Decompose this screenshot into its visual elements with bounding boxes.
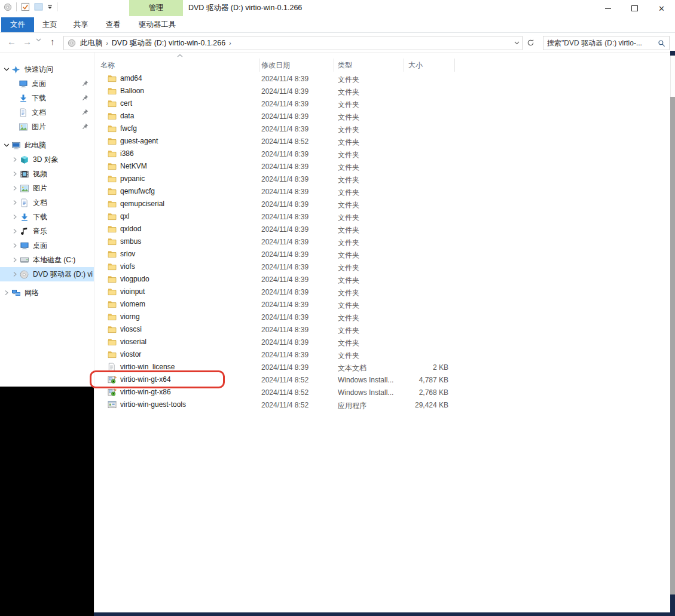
file-row[interactable]: viomem2024/11/4 8:39文件夹 xyxy=(94,298,670,311)
file-row[interactable]: NetKVM2024/11/4 8:39文件夹 xyxy=(94,160,670,173)
sidebar-item-qa-documents[interactable]: 文档 xyxy=(0,105,94,119)
tab-home[interactable]: 主页 xyxy=(34,17,65,32)
file-row[interactable]: guest-agent2024/11/4 8:52文件夹 xyxy=(94,135,670,148)
file-date-modified: 2024/11/4 8:39 xyxy=(261,313,309,321)
file-row[interactable]: viorng2024/11/4 8:39文件夹 xyxy=(94,311,670,323)
sidebar-item-local-disk-c[interactable]: 本地磁盘 (C:) xyxy=(0,253,94,267)
file-row[interactable]: viogpudo2024/11/4 8:39文件夹 xyxy=(94,273,670,286)
sidebar-item-quick-access[interactable]: 快速访问 xyxy=(0,62,94,76)
sidebar-item-pictures[interactable]: 图片 xyxy=(0,181,94,195)
file-name: guest-agent xyxy=(120,137,158,145)
chevron-down-icon[interactable] xyxy=(4,67,10,72)
search-icon[interactable] xyxy=(658,39,665,47)
address-dropdown-icon[interactable] xyxy=(514,41,520,45)
tab-file[interactable]: 文件 xyxy=(1,17,34,32)
disk-icon xyxy=(20,256,29,263)
sidebar-item-this-pc[interactable]: 此电脑 xyxy=(0,138,94,152)
breadcrumb-separator-icon[interactable]: › xyxy=(105,40,109,47)
file-row[interactable]: qemufwcfg2024/11/4 8:39文件夹 xyxy=(94,185,670,198)
recent-dropdown-icon[interactable] xyxy=(36,38,41,42)
file-row[interactable]: qemupciserial2024/11/4 8:39文件夹 xyxy=(94,198,670,210)
folder-icon xyxy=(108,262,117,271)
file-type: Windows Install... xyxy=(338,388,393,397)
column-separator[interactable] xyxy=(454,59,455,72)
chevron-right-icon[interactable] xyxy=(13,257,17,263)
chevron-right-icon[interactable] xyxy=(13,185,17,191)
file-name: smbus xyxy=(120,237,141,246)
back-arrow-icon[interactable]: ← xyxy=(7,36,16,47)
breadcrumb-item[interactable]: DVD 驱动器 (D:) virtio-win-0.1.266 xyxy=(109,38,228,48)
file-row[interactable]: vioscsi2024/11/4 8:39文件夹 xyxy=(94,323,670,336)
tab-view[interactable]: 查看 xyxy=(96,17,130,32)
column-header-size[interactable]: 大小 xyxy=(408,60,423,71)
sidebar-item-downloads[interactable]: 下载 xyxy=(0,210,94,224)
sort-ascending-icon[interactable] xyxy=(177,54,183,57)
sidebar-item-videos[interactable]: 视频 xyxy=(0,167,94,181)
sidebar-item-objects-3d[interactable]: 3D 对象 xyxy=(0,152,94,167)
file-row[interactable]: qxl2024/11/4 8:39文件夹 xyxy=(94,210,670,223)
sidebar-item-label: 文档 xyxy=(32,108,46,118)
file-row[interactable]: i3862024/11/4 8:39文件夹 xyxy=(94,148,670,160)
address-bar[interactable]: 此电脑›DVD 驱动器 (D:) virtio-win-0.1.266› xyxy=(63,36,523,50)
picture-icon xyxy=(20,185,29,192)
checkbox-icon[interactable] xyxy=(21,2,30,11)
sidebar-item-network[interactable]: 网络 xyxy=(0,286,94,300)
file-row[interactable]: viofs2024/11/4 8:39文件夹 xyxy=(94,261,670,273)
file-row[interactable]: fwcfg2024/11/4 8:39文件夹 xyxy=(94,122,670,135)
chevron-right-icon[interactable] xyxy=(13,157,17,163)
chevron-right-icon[interactable] xyxy=(13,214,17,220)
breadcrumb-separator-icon[interactable]: › xyxy=(228,40,232,47)
file-row[interactable]: viostor2024/11/4 8:39文件夹 xyxy=(94,348,670,361)
sidebar-item-qa-desktop[interactable]: 桌面 xyxy=(0,76,94,91)
quick-access-icon xyxy=(11,65,20,74)
chevron-right-icon[interactable] xyxy=(13,200,17,206)
minimize-button[interactable] xyxy=(594,0,621,17)
column-header-type[interactable]: 类型 xyxy=(338,60,352,71)
pin-icon xyxy=(82,109,88,115)
file-row[interactable]: pvpanic2024/11/4 8:39文件夹 xyxy=(94,173,670,185)
column-separator[interactable] xyxy=(334,59,334,72)
chevron-right-icon[interactable] xyxy=(4,290,9,296)
column-header-date-modified[interactable]: 修改日期 xyxy=(261,60,290,71)
sidebar-item-documents[interactable]: 文档 xyxy=(0,195,94,210)
new-folder-icon[interactable] xyxy=(34,3,43,11)
file-row[interactable]: amd642024/11/4 8:39文件夹 xyxy=(94,72,670,85)
breadcrumb-item[interactable]: 此电脑 xyxy=(78,38,105,48)
close-button[interactable]: ✕ xyxy=(648,0,675,17)
file-date-modified: 2024/11/4 8:39 xyxy=(261,213,309,221)
file-row[interactable]: cert2024/11/4 8:39文件夹 xyxy=(94,97,670,110)
qat-dropdown-icon[interactable] xyxy=(47,4,53,10)
up-arrow-icon[interactable]: ↑ xyxy=(50,36,55,47)
file-row[interactable]: sriov2024/11/4 8:39文件夹 xyxy=(94,248,670,261)
file-row[interactable]: qxldod2024/11/4 8:39文件夹 xyxy=(94,223,670,235)
column-separator[interactable] xyxy=(404,59,404,72)
sidebar-item-desktop[interactable]: 桌面 xyxy=(0,238,94,253)
file-row[interactable]: vioserial2024/11/4 8:39文件夹 xyxy=(94,336,670,348)
tab-drive-tools[interactable]: 驱动器工具 xyxy=(130,17,185,32)
chevron-right-icon[interactable] xyxy=(13,243,17,249)
chevron-right-icon[interactable] xyxy=(13,228,17,234)
file-row[interactable]: vioinput2024/11/4 8:39文件夹 xyxy=(94,286,670,298)
file-row[interactable]: smbus2024/11/4 8:39文件夹 xyxy=(94,235,670,248)
chevron-right-icon[interactable] xyxy=(13,271,17,277)
refresh-icon[interactable] xyxy=(527,39,534,47)
chevron-right-icon[interactable] xyxy=(13,171,17,177)
column-header-name[interactable]: 名称 xyxy=(100,60,115,71)
column-separator[interactable] xyxy=(259,59,259,72)
tab-share[interactable]: 共享 xyxy=(65,17,96,32)
vertical-scrollbar-thumb[interactable] xyxy=(670,97,675,594)
folder-icon xyxy=(108,200,117,208)
sidebar-item-qa-downloads[interactable]: 下载 xyxy=(0,91,94,105)
file-row[interactable]: data2024/11/4 8:39文件夹 xyxy=(94,110,670,122)
forward-arrow-icon[interactable]: → xyxy=(23,36,32,47)
file-row[interactable]: virtio-win-guest-tools2024/11/4 8:52应用程序… xyxy=(94,399,670,411)
file-type: 文件夹 xyxy=(338,87,359,97)
maximize-button[interactable] xyxy=(621,0,648,17)
sidebar-item-label: 音乐 xyxy=(33,226,47,237)
sidebar-item-qa-pictures[interactable]: 图片 xyxy=(0,119,94,134)
sidebar-item-music[interactable]: 音乐 xyxy=(0,224,94,238)
file-row[interactable]: Balloon2024/11/4 8:39文件夹 xyxy=(94,85,670,97)
search-input[interactable]: 搜索"DVD 驱动器 (D:) virtio-... xyxy=(543,36,670,50)
sidebar-item-dvd-drive-d[interactable]: DVD 驱动器 (D:) vi xyxy=(0,267,94,281)
chevron-down-icon[interactable] xyxy=(4,143,10,148)
